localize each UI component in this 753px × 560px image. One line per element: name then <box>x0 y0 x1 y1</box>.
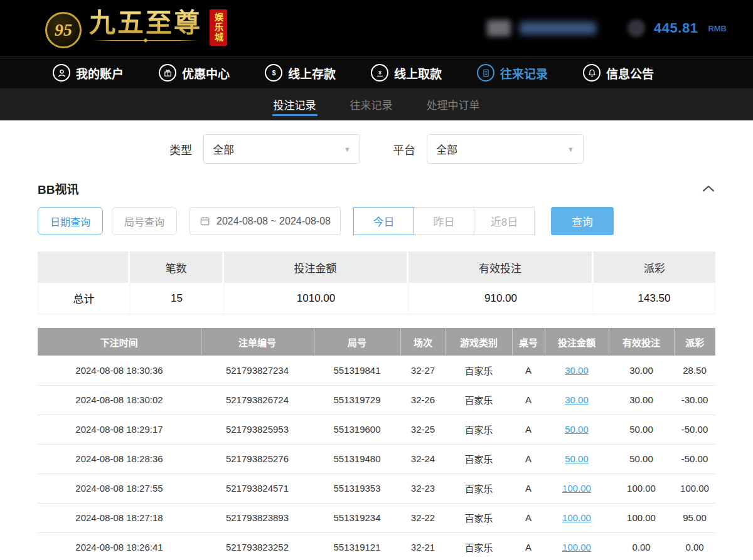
search-button[interactable]: 查询 <box>551 207 614 235</box>
summary-header-cell: 有效投注 <box>409 251 594 283</box>
tab-pending-orders[interactable]: 处理中订单 <box>424 88 483 120</box>
column-header: 下注时间 <box>38 328 201 356</box>
quick-date-button-today[interactable]: 今日 <box>353 207 414 235</box>
calendar-icon <box>200 216 210 226</box>
type-select-value: 全部 <box>213 141 234 157</box>
cell-payout: 95.00 <box>674 503 715 532</box>
quick-date-button-last-8-days[interactable]: 近8日 <box>474 207 535 235</box>
cell-game-type: 百家乐 <box>446 385 512 415</box>
cell-bet-amount: 100.00 <box>545 532 609 560</box>
round-query-button[interactable]: 局号查询 <box>112 207 177 235</box>
cell-game-type: 百家乐 <box>446 356 512 385</box>
cell-session: 32-26 <box>400 385 446 415</box>
logo[interactable]: 95 九五至尊 娱乐城 <box>45 8 227 48</box>
cell-round-id: 551319234 <box>314 503 400 532</box>
cell-payout: -30.00 <box>674 385 715 415</box>
cell-order-id: 521793823893 <box>201 503 314 532</box>
wallet-icon[interactable] <box>628 19 645 37</box>
cell-order-id: 521793825276 <box>201 444 314 473</box>
cell-round-id: 551319729 <box>314 385 400 415</box>
cell-order-id: 521793824571 <box>201 473 314 503</box>
date-query-button[interactable]: 日期查询 <box>38 207 103 235</box>
tab-bet-records[interactable]: 投注记录 <box>271 88 319 120</box>
bet-amount-link[interactable]: 50.00 <box>565 424 589 435</box>
column-header: 派彩 <box>674 328 715 356</box>
table-row: 2024-08-08 18:26:41521793823252551319121… <box>38 532 715 560</box>
summary-header-cell: 投注金额 <box>224 251 409 283</box>
cell-bet-time: 2024-08-08 18:30:02 <box>38 385 201 415</box>
user-area: 445.81 RMB <box>487 19 727 37</box>
summary-corner-cell <box>38 251 130 283</box>
bet-amount-link[interactable]: 30.00 <box>565 365 589 376</box>
nav-item-label: 线上取款 <box>394 65 442 82</box>
sub-nav: 投注记录往来记录处理中订单 <box>0 88 753 120</box>
platform-select[interactable]: 全部 ▼ <box>427 134 584 164</box>
cell-valid-bet: 100.00 <box>609 503 674 532</box>
nav-item-account[interactable]: 我的账户 <box>53 64 124 82</box>
collapse-section-button[interactable] <box>702 184 715 193</box>
summary-table: 笔数投注金额有效投注派彩 总计151010.00910.00143.50 <box>38 251 715 314</box>
chevron-up-icon <box>702 184 715 193</box>
cell-bet-time: 2024-08-08 18:28:36 <box>38 444 201 473</box>
svg-text:$: $ <box>272 70 275 77</box>
nav-item-promotions[interactable]: 优惠中心 <box>159 64 230 82</box>
tab-transaction-records[interactable]: 往来记录 <box>348 88 395 120</box>
nav-item-deposit[interactable]: $线上存款 <box>265 64 336 82</box>
cell-table-code: A <box>512 532 545 560</box>
balance-amount: 445.81 <box>654 20 698 36</box>
main-nav: 我的账户优惠中心$线上存款¥线上取款往来记录信息公告 <box>0 56 753 88</box>
cell-round-id: 551319121 <box>314 532 400 560</box>
bet-amount-link[interactable]: 30.00 <box>565 394 589 405</box>
column-header: 场次 <box>400 328 446 356</box>
cell-bet-amount: 30.00 <box>545 385 609 415</box>
cell-bet-amount: 50.00 <box>545 415 609 444</box>
logo-title: 九五至尊 <box>89 8 202 38</box>
nav-item-label: 线上存款 <box>288 65 336 82</box>
date-range-picker[interactable]: 2024-08-08 ~ 2024-08-08 <box>190 207 341 235</box>
payout-icon: ¥ <box>371 64 388 82</box>
cell-round-id: 551319480 <box>314 444 400 473</box>
bet-amount-link[interactable]: 100.00 <box>562 483 591 494</box>
cell-valid-bet: 50.00 <box>609 444 674 473</box>
quick-date-button-yesterday[interactable]: 昨日 <box>414 207 474 235</box>
nav-item-records[interactable]: 往来记录 <box>477 64 548 82</box>
cell-session: 32-24 <box>400 444 446 473</box>
cell-game-type: 百家乐 <box>446 444 512 473</box>
cell-session: 32-27 <box>400 356 446 385</box>
cell-bet-amount: 30.00 <box>545 356 609 385</box>
cell-payout: -50.00 <box>674 444 715 473</box>
summary-value-row: 总计151010.00910.00143.50 <box>38 283 715 314</box>
cell-bet-time: 2024-08-08 18:29:17 <box>38 415 201 444</box>
chevron-down-icon: ▼ <box>567 145 574 153</box>
bet-table-header-row: 下注时间注单编号局号场次游戏类别桌号投注金额有效投注派彩 <box>38 328 715 356</box>
nav-item-label: 优惠中心 <box>182 65 230 82</box>
cell-order-id: 521793823252 <box>201 532 314 560</box>
bet-amount-link[interactable]: 100.00 <box>562 542 591 552</box>
cell-table-code: A <box>512 356 545 385</box>
summary-value-cell: 1010.00 <box>224 283 409 314</box>
cell-bet-amount: 100.00 <box>545 503 609 532</box>
nav-item-label: 信息公告 <box>606 65 654 82</box>
logo-flourish-decoration <box>89 38 202 43</box>
nav-item-announcements[interactable]: 信息公告 <box>583 64 654 82</box>
bet-amount-link[interactable]: 50.00 <box>565 453 589 464</box>
bet-amount-link[interactable]: 100.00 <box>562 512 591 523</box>
cell-table-code: A <box>512 444 545 473</box>
cell-valid-bet: 50.00 <box>609 415 674 444</box>
user-avatar-blurred <box>487 20 511 36</box>
cell-bet-time: 2024-08-08 18:26:41 <box>38 532 201 560</box>
type-select[interactable]: 全部 ▼ <box>203 134 360 164</box>
column-header: 局号 <box>314 328 400 356</box>
cell-round-id: 551319841 <box>314 356 400 385</box>
column-header: 游戏类别 <box>446 328 512 356</box>
nav-item-withdraw[interactable]: ¥线上取款 <box>371 64 442 82</box>
cell-game-type: 百家乐 <box>446 473 512 503</box>
cell-bet-amount: 100.00 <box>545 473 609 503</box>
column-header: 有效投注 <box>609 328 674 356</box>
cell-bet-time: 2024-08-08 18:27:55 <box>38 473 201 503</box>
document-icon <box>477 64 494 82</box>
cell-session: 32-21 <box>400 532 446 560</box>
query-bar: 日期查询 局号查询 2024-08-08 ~ 2024-08-08 今日昨日近8… <box>0 206 753 251</box>
cell-round-id: 551319600 <box>314 415 400 444</box>
top-header: 95 九五至尊 娱乐城 445.81 RMB <box>0 0 753 56</box>
